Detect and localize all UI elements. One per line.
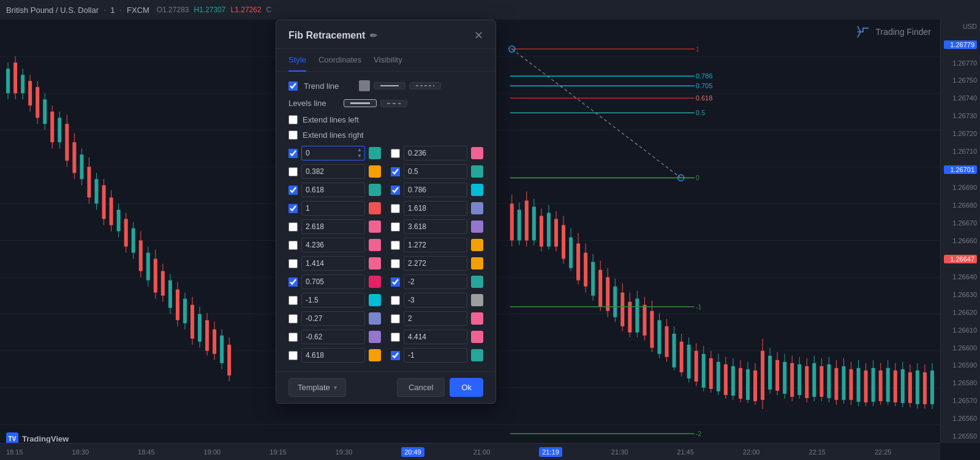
price-tick-3: 1.26740 (944, 94, 977, 102)
level-2272-checkbox[interactable] (391, 259, 400, 268)
level-3618-color[interactable] (471, 221, 483, 233)
price-tick-10: 1.26670 (944, 219, 977, 227)
level-neg3-color[interactable] (471, 294, 483, 306)
levels-line-dashed[interactable] (380, 100, 407, 107)
level-neg062-checkbox[interactable] (288, 333, 298, 342)
svg-text:0: 0 (696, 174, 699, 181)
level-05-color[interactable] (471, 165, 483, 178)
level-2618-input[interactable] (301, 219, 365, 234)
level-2272-color[interactable] (471, 257, 483, 270)
tab-style[interactable]: Style (288, 49, 306, 72)
level-1414-checkbox[interactable] (288, 259, 298, 268)
level-4618-checkbox[interactable] (288, 351, 298, 360)
level-neg027-checkbox[interactable] (288, 314, 298, 323)
level-2272-input[interactable] (404, 256, 467, 271)
level-0786-color[interactable] (471, 184, 483, 196)
level-4618-color[interactable] (369, 349, 381, 361)
level-2618-checkbox[interactable] (288, 222, 298, 232)
level-1618-checkbox[interactable] (391, 204, 400, 213)
level-4618-input[interactable] (301, 348, 365, 363)
level-2-color[interactable] (471, 312, 483, 325)
level-0618-input[interactable] (301, 183, 365, 197)
level-4414-color[interactable] (471, 331, 483, 343)
level-neg15-checkbox[interactable] (288, 296, 298, 305)
ok-button[interactable]: Ok (450, 378, 483, 397)
level-neg1-checkbox[interactable] (391, 351, 400, 360)
price-o: O1.27283 (157, 6, 189, 14)
level-1414-input[interactable] (301, 256, 365, 271)
level-0-checkbox[interactable] (288, 149, 298, 158)
close-button[interactable]: ✕ (474, 30, 483, 41)
level-neg1-input[interactable] (404, 348, 467, 363)
level-4414-checkbox[interactable] (391, 333, 400, 342)
time-t2: 18:30 (72, 448, 89, 456)
level-1618-color[interactable] (471, 202, 483, 214)
level-4414-input[interactable] (404, 330, 467, 344)
svg-text:-2: -2 (696, 430, 702, 437)
level-1272-input[interactable] (404, 238, 467, 252)
time-t4: 19:00 (204, 448, 221, 456)
level-0705-input[interactable] (301, 274, 365, 289)
level-neg062-input[interactable] (301, 330, 365, 344)
level-neg3-checkbox[interactable] (391, 296, 400, 305)
level-3618-input[interactable] (404, 219, 467, 234)
level-0618-checkbox[interactable] (288, 186, 298, 195)
level-0705-checkbox[interactable] (288, 277, 298, 287)
level-neg15-input[interactable] (301, 293, 365, 307)
extend-right-checkbox[interactable] (288, 130, 298, 140)
tab-coordinates[interactable]: Coordinates (318, 49, 361, 72)
level-1272-checkbox[interactable] (391, 241, 400, 250)
level-0382-input[interactable] (301, 164, 365, 179)
level-2618-color[interactable] (369, 221, 381, 233)
level-0-down[interactable]: ▼ (355, 153, 364, 159)
level-2-input[interactable] (404, 311, 467, 326)
level-2-checkbox[interactable] (391, 314, 400, 323)
level-neg027-color[interactable] (369, 312, 381, 325)
level-0236-checkbox[interactable] (391, 149, 400, 158)
level-1618-input[interactable] (404, 201, 467, 216)
level-3618-checkbox[interactable] (391, 222, 400, 232)
level-4236-input[interactable] (301, 238, 365, 252)
level-neg062-color[interactable] (369, 331, 381, 343)
cancel-button[interactable]: Cancel (397, 378, 445, 397)
level-neg2-checkbox[interactable] (391, 277, 400, 287)
price-tick-2: 1.26750 (944, 77, 977, 84)
level-neg1-color[interactable] (471, 349, 483, 361)
level-05-checkbox[interactable] (391, 167, 400, 176)
edit-icon[interactable]: ✏ (370, 31, 377, 40)
level-1-checkbox[interactable] (288, 204, 298, 213)
level-0236-color[interactable] (471, 147, 483, 159)
price-tick-red2: 1.26647 (944, 255, 977, 263)
level-1-color[interactable] (369, 202, 381, 214)
level-0382-color[interactable] (369, 165, 381, 178)
trend-line-solid[interactable] (374, 82, 405, 89)
price-tick-6: 1.26710 (944, 148, 977, 155)
level-4236-color[interactable] (369, 239, 381, 251)
trend-line-dashed[interactable] (409, 82, 441, 89)
level-4236-checkbox[interactable] (288, 241, 298, 250)
level-neg2-input[interactable] (404, 274, 467, 289)
level-0382-checkbox[interactable] (288, 167, 298, 176)
level-1272-color[interactable] (471, 239, 483, 251)
level-neg027-input[interactable] (301, 311, 365, 326)
level-neg2-color[interactable] (471, 276, 483, 288)
level-0236-input[interactable] (404, 146, 467, 160)
level-1414-color[interactable] (369, 257, 381, 270)
level-0618-color[interactable] (369, 184, 381, 196)
extend-left-checkbox[interactable] (288, 115, 298, 124)
level-0786-checkbox[interactable] (391, 186, 400, 195)
level-0-color[interactable] (369, 147, 381, 159)
template-button[interactable]: Template ▾ (288, 378, 346, 397)
level-05-input[interactable] (404, 164, 467, 179)
level-1-input[interactable] (301, 201, 365, 216)
tab-visibility[interactable]: Visibility (374, 49, 402, 72)
level-neg15-color[interactable] (369, 294, 381, 306)
levels-line-solid-thick[interactable] (344, 99, 377, 107)
level-neg3-input[interactable] (404, 293, 467, 307)
price-tick-red1: 1.26701 (944, 165, 977, 174)
level-0-up[interactable]: ▲ (355, 147, 364, 153)
level-0705-color[interactable] (369, 276, 381, 288)
trend-line-color[interactable] (359, 80, 370, 91)
trend-line-checkbox[interactable] (288, 81, 298, 91)
level-0786-input[interactable] (404, 183, 467, 197)
